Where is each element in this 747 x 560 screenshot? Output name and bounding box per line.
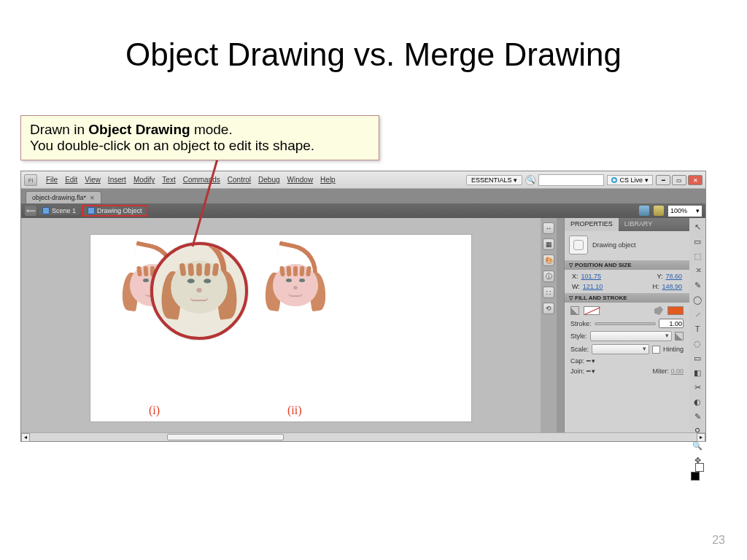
- miter-value[interactable]: 0.00: [670, 368, 684, 375]
- stroke-style-label: Style:: [570, 332, 587, 340]
- rectangle-tool[interactable]: ▭: [691, 352, 704, 365]
- slide-title: Object Drawing vs. Merge Drawing: [0, 0, 747, 88]
- callout-line1-post: mode.: [190, 122, 233, 137]
- caption-ii: (ii): [287, 404, 302, 417]
- scroll-right-icon[interactable]: ▸: [697, 433, 705, 442]
- edit-style-icon[interactable]: [675, 332, 684, 341]
- search-icon: 🔍: [525, 175, 535, 185]
- h-value[interactable]: 148.90: [662, 283, 682, 290]
- cap-dropdown[interactable]: ━ ▾: [587, 357, 596, 365]
- menu-view[interactable]: View: [82, 174, 104, 185]
- edit-scene-icon[interactable]: [639, 206, 649, 216]
- strip-icon-1[interactable]: ▦: [543, 238, 554, 250]
- strip-icon-2[interactable]: 🎨: [543, 254, 554, 266]
- stroke-weight-slider[interactable]: [595, 322, 656, 325]
- hinting-checkbox[interactable]: [652, 346, 660, 354]
- panel-divider[interactable]: [557, 218, 564, 432]
- callout-line1-pre: Drawn in: [30, 122, 88, 137]
- cs-live-button[interactable]: CS Live▾: [607, 175, 653, 185]
- nav-back-icon[interactable]: ⟸: [25, 206, 36, 216]
- callout-line1-bold: Object Drawing: [88, 122, 190, 137]
- section-position-and-size[interactable]: ▽POSITION AND SIZE: [565, 260, 689, 270]
- oval-primitive-tool[interactable]: ◌: [691, 338, 704, 350]
- collapsed-panel-strip: ↔ ▦ 🎨 ⓘ ⸬ ⟲: [541, 218, 557, 432]
- join-dropdown[interactable]: ━ ▾: [587, 368, 596, 375]
- strip-icon-3[interactable]: ⓘ: [543, 271, 554, 282]
- section-fill-and-stroke[interactable]: ▽FILL AND STROKE: [565, 293, 689, 303]
- stroke-scale-label: Scale:: [570, 346, 589, 353]
- window-close-button[interactable]: ✕: [688, 175, 703, 185]
- pen-tool[interactable]: ✎: [691, 279, 704, 292]
- text-tool[interactable]: T: [691, 323, 704, 335]
- close-tab-icon[interactable]: ✕: [90, 195, 95, 201]
- strip-icon-4[interactable]: ⸬: [543, 287, 554, 298]
- scroll-left-icon[interactable]: ◂: [21, 433, 30, 442]
- x-value[interactable]: 101.75: [581, 273, 602, 280]
- stroke-color-swatch[interactable]: [584, 306, 600, 315]
- menu-window[interactable]: Window: [285, 174, 317, 185]
- scene-icon: [42, 207, 50, 214]
- free-transform-tool[interactable]: ⬚: [691, 250, 704, 262]
- w-label: W:: [572, 283, 580, 290]
- selection-tool[interactable]: ↖: [691, 221, 704, 233]
- cap-label: Cap:: [570, 357, 584, 365]
- deco-tool[interactable]: ◧: [691, 367, 704, 379]
- document-tab[interactable]: object-drawing.fla* ✕: [26, 191, 101, 203]
- search-input[interactable]: [538, 174, 604, 186]
- y-label: Y:: [657, 273, 662, 280]
- object-type-label: Drawing object: [592, 241, 636, 249]
- callout-pointer: [123, 156, 239, 258]
- page-number: 23: [712, 534, 725, 547]
- miter-label: Miter:: [652, 368, 669, 375]
- tools-panel: ↖ ▭ ⬚ ⪤ ✎ ◯ ⟋ T ◌ ▭ ◧ ✂ ◐ ✎ ⚲ 🔍 ✥: [689, 218, 705, 432]
- caption-i: (i): [149, 404, 160, 417]
- cs-live-icon: [611, 177, 617, 183]
- window-maximize-button[interactable]: ▭: [672, 175, 686, 185]
- line-tool[interactable]: ⟋: [691, 308, 704, 321]
- stroke-scale-dropdown[interactable]: [592, 344, 649, 354]
- join-label: Join:: [570, 368, 584, 375]
- paint-bucket-tool[interactable]: ◐: [691, 396, 704, 408]
- w-value[interactable]: 121.10: [583, 283, 603, 290]
- workspace-switcher[interactable]: ESSENTIALS▾: [466, 175, 523, 185]
- fill-color-icon: [654, 306, 663, 315]
- callout-line2: You double-click on an object to edit it…: [30, 138, 370, 154]
- callout-box: Drawn in Object Drawing mode. You double…: [20, 115, 379, 160]
- svg-line-0: [193, 159, 217, 246]
- tab-library[interactable]: LIBRARY: [619, 218, 658, 231]
- hinting-label: Hinting: [663, 346, 684, 353]
- eraser-tool[interactable]: ✂: [691, 381, 704, 394]
- lasso-tool[interactable]: ⪤: [691, 265, 704, 277]
- object-thumbnail-icon: [569, 236, 588, 254]
- tab-properties[interactable]: PROPERTIES: [565, 218, 619, 231]
- pencil-tool[interactable]: ✎: [691, 411, 704, 423]
- menu-edit[interactable]: Edit: [62, 174, 80, 185]
- stroke-color-icon: [570, 306, 579, 315]
- window-minimize-button[interactable]: ━: [656, 175, 670, 185]
- scrollbar-thumb[interactable]: [167, 434, 284, 440]
- menu-debug[interactable]: Debug: [255, 174, 282, 185]
- menu-help[interactable]: Help: [317, 174, 338, 185]
- breadcrumb-scene[interactable]: Scene 1: [39, 206, 80, 215]
- stage-wrap: (i) (ii): [21, 218, 541, 432]
- stroke-weight-input[interactable]: [659, 319, 684, 328]
- y-value[interactable]: 78.60: [665, 273, 682, 280]
- object-icon: [88, 207, 95, 214]
- subselect-tool[interactable]: ▭: [691, 236, 704, 248]
- app-logo: Fl: [24, 174, 37, 186]
- x-label: X:: [572, 273, 578, 280]
- properties-panel: PROPERTIES LIBRARY Drawing object ▽POSIT…: [564, 218, 689, 432]
- fill-color-swatch[interactable]: [667, 306, 684, 315]
- strip-icon-0[interactable]: ↔: [543, 222, 554, 234]
- stroke-style-dropdown[interactable]: [590, 331, 672, 341]
- drawing-face-ii[interactable]: [263, 248, 328, 314]
- stage-canvas[interactable]: (i) (ii): [90, 234, 472, 422]
- strip-icon-5[interactable]: ⟲: [543, 303, 554, 314]
- menu-file[interactable]: File: [43, 174, 61, 185]
- h-label: H:: [652, 283, 659, 290]
- edit-symbols-icon[interactable]: [654, 206, 664, 216]
- zoom-field[interactable]: 100%▾: [668, 206, 702, 217]
- horizontal-scrollbar[interactable]: ◂ ▸: [21, 432, 705, 441]
- oval-tool[interactable]: ◯: [691, 294, 704, 306]
- stroke-weight-label: Stroke:: [570, 320, 592, 327]
